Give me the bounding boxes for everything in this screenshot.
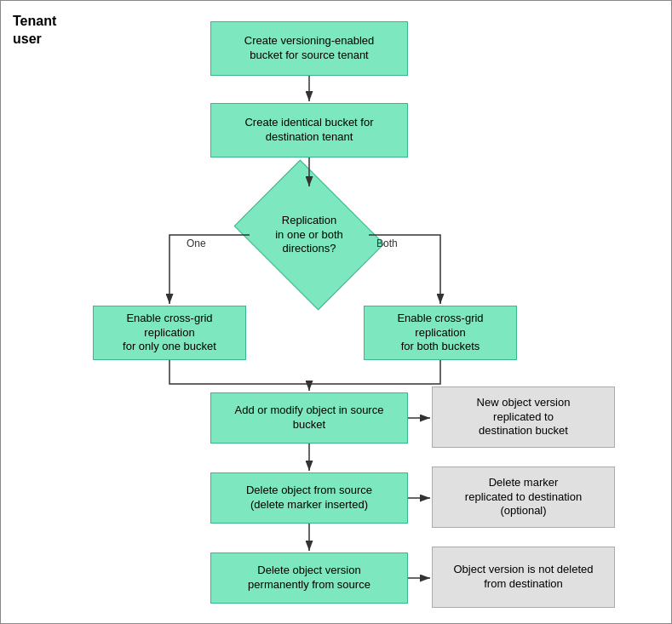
diamond-label: Replication in one or both directions? bbox=[250, 188, 369, 282]
diamond-replication-direction: Replication in one or both directions? bbox=[250, 188, 369, 282]
side-box-delete-marker: Delete marker replicated to destination … bbox=[432, 467, 615, 528]
diagram-container: Tenant user Create versioning-enabled bu… bbox=[0, 0, 672, 624]
box-create-identical: Create identical bucket for destination … bbox=[210, 103, 408, 157]
diagram-title: Tenant user bbox=[13, 13, 56, 49]
side-box-not-deleted: Object version is not deleted from desti… bbox=[432, 547, 615, 608]
box-add-modify: Add or modify object in source bucket bbox=[210, 392, 408, 444]
box-enable-both: Enable cross-grid replication for both b… bbox=[364, 306, 517, 360]
box-create-versioning: Create versioning-enabled bucket for sou… bbox=[210, 21, 408, 76]
one-label: One bbox=[187, 238, 206, 249]
both-label: Both bbox=[376, 238, 398, 249]
box-delete-object: Delete object from source (delete marker… bbox=[210, 472, 408, 524]
box-delete-version: Delete object version permanently from s… bbox=[210, 552, 408, 604]
box-enable-one: Enable cross-grid replication for only o… bbox=[93, 306, 246, 360]
side-box-new-version: New object version replicated to destina… bbox=[432, 386, 615, 448]
